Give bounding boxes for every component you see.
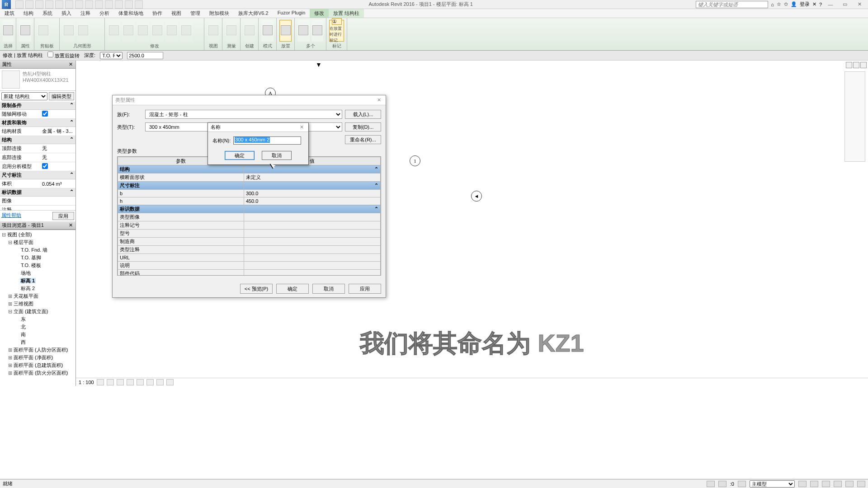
visual-style-icon[interactable] <box>107 379 114 385</box>
navigation-bar[interactable] <box>844 71 865 162</box>
hide-icon[interactable] <box>156 379 164 385</box>
reveal-icon[interactable] <box>166 379 174 385</box>
cut-button[interactable] <box>77 20 90 42</box>
help-icon[interactable]: ? <box>819 2 822 7</box>
align-button[interactable] <box>108 20 120 42</box>
tab-insert[interactable]: 插入 <box>57 9 76 18</box>
view-minimize[interactable] <box>846 62 852 68</box>
editable-only-icon[interactable] <box>718 481 726 487</box>
tab-manage[interactable]: 管理 <box>186 9 205 18</box>
tab-collaborate[interactable]: 协作 <box>148 9 167 18</box>
qat-open[interactable] <box>15 0 24 9</box>
split-button[interactable] <box>180 20 193 42</box>
qat-3d[interactable] <box>85 0 93 9</box>
prop-cat-constraints[interactable]: 限制条件⌃ <box>0 102 75 110</box>
name-dialog-titlebar[interactable]: 名称 ✕ <box>208 123 308 132</box>
help-search-input[interactable] <box>696 1 768 8</box>
prop-cat-dims[interactable]: 尺寸标注⌃ <box>0 171 75 179</box>
trim-button[interactable] <box>165 20 178 42</box>
move-button[interactable] <box>122 20 135 42</box>
cope-button[interactable] <box>62 20 75 42</box>
name-input[interactable]: 300 x 450mm 2 <box>233 136 301 145</box>
qat-print[interactable] <box>55 0 63 9</box>
dialog-titlebar[interactable]: 类型属性 ✕ <box>113 95 386 105</box>
name-cancel-button[interactable]: 取消 <box>262 151 292 160</box>
tab-structure[interactable]: 结构 <box>19 9 38 18</box>
rename-button[interactable]: 重命名(R)... <box>345 135 381 144</box>
at-grid-button[interactable] <box>297 20 310 42</box>
select-links-icon[interactable] <box>810 481 818 487</box>
close-icon[interactable]: ✕ <box>67 222 74 229</box>
tab-massing[interactable]: 体量和场地 <box>114 9 148 18</box>
close-button[interactable]: ✕ <box>854 1 865 8</box>
tree-level-1[interactable]: 标高 1 <box>20 278 36 283</box>
subscription-icon[interactable]: ☆ <box>777 1 781 7</box>
ok-button[interactable]: 确定 <box>276 284 309 294</box>
rotate-after-checkbox[interactable]: 放置后旋转 <box>47 52 80 59</box>
tab-architecture[interactable]: 建筑 <box>0 9 19 18</box>
properties-button[interactable] <box>19 20 31 42</box>
shadows-icon[interactable] <box>127 379 134 385</box>
edit-type-button[interactable]: 编辑类型 <box>49 92 74 100</box>
tag-on-place-button[interactable]: ①在放置时进行标记 <box>329 20 344 42</box>
offset-input[interactable] <box>127 52 163 59</box>
user-icon[interactable]: 👤 <box>791 1 797 7</box>
measure-button[interactable] <box>225 20 237 42</box>
login-label[interactable]: 登录 <box>800 1 810 8</box>
infocenter-icon[interactable]: ⌂ <box>771 2 774 7</box>
design-options-icon[interactable] <box>738 481 746 487</box>
tab-annotate[interactable]: 注释 <box>76 9 95 18</box>
load-button[interactable]: 载入(L)... <box>345 110 381 119</box>
drag-elements-icon[interactable] <box>857 481 865 487</box>
type-params-table[interactable]: 参数值 结构⌃ 横断面形状未定义 尺寸标注⌃ b300.0 h450.0 标识数… <box>117 156 381 276</box>
prop-cat-materials[interactable]: 材质和装饰⌃ <box>0 119 75 127</box>
qat-close[interactable] <box>115 0 123 9</box>
tab-place-column[interactable]: 放置 结构柱 <box>329 9 364 18</box>
elevation-marker-right[interactable]: ◄ <box>471 191 482 202</box>
preview-button[interactable]: << 预览(P) <box>240 284 273 294</box>
tab-familymaster[interactable]: 族库大师V6.2 <box>234 9 273 18</box>
grid-bubble-1[interactable]: 1 <box>410 155 420 166</box>
project-browser-header[interactable]: 项目浏览器 - 项目1 ✕ <box>0 221 75 230</box>
close-icon[interactable]: ✕ <box>67 61 74 68</box>
element-filter-select[interactable]: 新建 结构柱 <box>1 92 47 100</box>
main-model-select[interactable]: 主模型 <box>750 480 795 488</box>
properties-help-link[interactable]: 属性帮助 <box>1 212 21 220</box>
qat-undo[interactable] <box>35 0 43 9</box>
qat-redo[interactable] <box>45 0 53 9</box>
copy-button[interactable] <box>137 20 149 42</box>
properties-apply-button[interactable]: 应用 <box>52 212 74 220</box>
qat-more[interactable] <box>135 0 143 9</box>
prop-cat-structural[interactable]: 结构⌃ <box>0 136 75 144</box>
drawing-canvas[interactable]: ▼ A 1 ◄ 我们将其命名为 KZ1 类型属性 ✕ 族(F): 混凝土 - 矩… <box>76 61 868 386</box>
favorite-icon[interactable]: ✩ <box>784 1 788 7</box>
qat-section[interactable] <box>95 0 103 9</box>
name-ok-button[interactable]: 确定 <box>225 151 255 160</box>
apply-button[interactable]: 应用 <box>349 284 381 294</box>
paste-button[interactable] <box>37 20 50 42</box>
project-browser-tree[interactable]: ⊟视图 (全部) ⊟楼层平面 T.O. Fnd. 墙 T.O. 基脚 T.O. … <box>0 230 75 386</box>
filter-icon[interactable] <box>798 481 807 487</box>
analytical-checkbox[interactable] <box>42 163 48 169</box>
view-maximize[interactable] <box>853 62 859 68</box>
workset-icon[interactable] <box>707 481 715 487</box>
crop-region-icon[interactable] <box>146 379 154 385</box>
rotate-button[interactable] <box>151 20 164 42</box>
family-select[interactable]: 混凝土 - 矩形 - 柱 <box>145 110 342 119</box>
load-family-button[interactable] <box>261 20 274 42</box>
level-select[interactable]: T.O. Fn <box>100 52 123 59</box>
qat-text[interactable] <box>75 0 83 9</box>
view-close[interactable] <box>860 62 867 68</box>
view-panel-button[interactable] <box>207 20 219 42</box>
tab-modify[interactable]: 修改 <box>310 9 329 18</box>
select-face-icon[interactable] <box>845 481 854 487</box>
crop-icon[interactable] <box>137 379 144 385</box>
sun-path-icon[interactable] <box>117 379 124 385</box>
exchange-icon[interactable]: ✕ <box>812 1 816 7</box>
select-underlay-icon[interactable] <box>822 481 830 487</box>
minimize-button[interactable]: — <box>825 1 836 8</box>
tab-analyze[interactable]: 分析 <box>95 9 114 18</box>
app-logo[interactable]: R <box>2 0 11 9</box>
modify-button[interactable] <box>3 20 14 42</box>
qat-measure[interactable] <box>65 0 73 9</box>
